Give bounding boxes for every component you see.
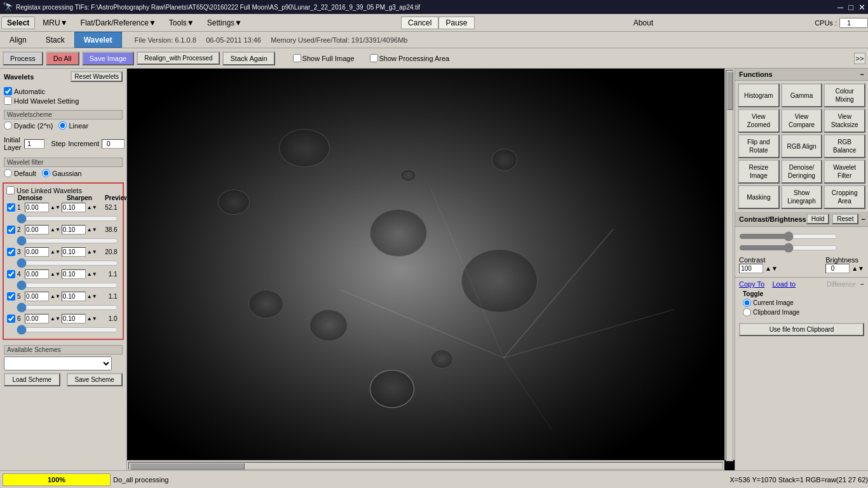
show-processing-area-checkbox[interactable] xyxy=(370,54,378,62)
cpus-input[interactable]: 1 xyxy=(839,18,868,28)
gamma-button[interactable]: Gamma xyxy=(781,83,823,107)
layer-3-sharpen-input[interactable] xyxy=(62,247,86,257)
cropping-area-button[interactable]: Cropping Area xyxy=(824,185,865,209)
layer-6-sharpen-spin[interactable]: ▲▼ xyxy=(87,316,97,322)
mru-menu[interactable]: MRU▼ xyxy=(36,14,74,31)
tools-menu[interactable]: Tools▼ xyxy=(163,14,201,31)
layer-4-denoise-spin[interactable]: ▲▼ xyxy=(50,271,60,277)
process-button[interactable]: Process xyxy=(3,51,43,65)
use-linked-checkbox[interactable] xyxy=(6,186,15,194)
cancel-button[interactable]: Cancel xyxy=(401,17,438,29)
layer-2-checkbox[interactable] xyxy=(7,226,15,234)
copy-collapse-button[interactable]: − xyxy=(860,280,864,288)
settings-menu[interactable]: Settings▼ xyxy=(201,14,248,31)
show-full-image-checkbox[interactable] xyxy=(293,54,301,62)
automatic-checkbox[interactable] xyxy=(4,87,12,95)
about-menu[interactable]: About xyxy=(627,14,660,31)
horizontal-scrollbar[interactable] xyxy=(127,460,724,470)
layer-2-sharpen-spin[interactable]: ▲▼ xyxy=(87,227,97,233)
colour-mixing-button[interactable]: Colour Mixing xyxy=(824,83,865,107)
linear-radio[interactable] xyxy=(58,121,67,130)
resize-image-button[interactable]: Resize Image xyxy=(738,159,780,184)
layer-4-checkbox[interactable] xyxy=(7,270,15,278)
h-scrollbar-thumb[interactable] xyxy=(130,463,245,470)
copy-to-link[interactable]: Copy To xyxy=(739,280,764,288)
wavelet-filter-button[interactable]: Wavelet Filter xyxy=(824,159,865,184)
clipboard-image-radio[interactable] xyxy=(743,308,751,316)
rgb-align-button[interactable]: RGB Align xyxy=(781,134,823,158)
load-scheme-button[interactable]: Load Scheme xyxy=(4,373,60,386)
scheme-select[interactable] xyxy=(4,356,112,370)
layer-1-denoise-spin[interactable]: ▲▼ xyxy=(50,205,60,210)
layer-4-denoise-input[interactable] xyxy=(25,269,49,279)
load-to-link[interactable]: Load to xyxy=(772,280,796,288)
current-image-radio[interactable] xyxy=(743,299,751,307)
layer-1-denoise-input[interactable] xyxy=(25,203,49,212)
layer-4-sharpen-input[interactable] xyxy=(62,269,86,279)
view-zoomed-button[interactable]: View Zoomed xyxy=(738,109,780,133)
layer-3-sharpen-spin[interactable]: ▲▼ xyxy=(87,249,97,255)
brightness-slider[interactable] xyxy=(739,243,837,252)
masking-button[interactable]: Masking xyxy=(738,185,780,209)
layer-5-checkbox[interactable] xyxy=(7,292,15,301)
step-increment-input[interactable]: 0 xyxy=(102,139,125,149)
close-button[interactable]: ✕ xyxy=(858,3,865,12)
show-linegraph-button[interactable]: Show Linegraph xyxy=(781,185,823,209)
cb-reset-button[interactable]: Reset xyxy=(832,214,858,224)
initial-layer-input[interactable]: 1 xyxy=(24,139,44,149)
flat-dark-menu[interactable]: Flat/Dark/Reference▼ xyxy=(74,14,163,31)
layer-5-slider[interactable] xyxy=(17,303,118,312)
brightness-value-input[interactable]: 0 xyxy=(825,264,850,273)
layer-6-slider[interactable] xyxy=(17,325,118,334)
reset-wavelets-button[interactable]: Reset Wavelets xyxy=(71,71,123,82)
layer-4-slider[interactable] xyxy=(17,281,118,290)
layer-5-sharpen-input[interactable] xyxy=(62,292,86,301)
functions-collapse-button[interactable]: − xyxy=(860,71,864,78)
stack-again-button[interactable]: Stack Again xyxy=(222,51,275,65)
view-compare-button[interactable]: View Compare xyxy=(781,109,823,133)
flip-rotate-button[interactable]: Flip and Rotate xyxy=(738,134,780,158)
layer-2-denoise-input[interactable] xyxy=(25,225,49,234)
layer-3-checkbox[interactable] xyxy=(7,248,15,256)
realign-button[interactable]: Realign_with Processed xyxy=(137,51,220,65)
use-clipboard-button[interactable]: Use file from Clipboard xyxy=(739,323,864,336)
hold-wavelet-checkbox[interactable] xyxy=(4,97,12,105)
layer-6-checkbox[interactable] xyxy=(7,315,15,323)
layer-5-denoise-input[interactable] xyxy=(25,292,49,301)
layer-3-denoise-input[interactable] xyxy=(25,247,49,257)
tab-wavelet[interactable]: Wavelet xyxy=(74,32,122,48)
layer-1-sharpen-spin[interactable]: ▲▼ xyxy=(87,205,97,210)
layer-2-slider[interactable] xyxy=(17,236,118,245)
save-scheme-button[interactable]: Save Scheme xyxy=(67,373,123,386)
view-stacksize-button[interactable]: View Stacksize xyxy=(824,109,865,133)
expand-button[interactable]: >> xyxy=(854,53,865,64)
default-filter-radio[interactable] xyxy=(4,169,12,177)
layer-1-sharpen-input[interactable] xyxy=(62,203,86,212)
layer-6-denoise-input[interactable] xyxy=(25,314,49,323)
dyadic-radio[interactable] xyxy=(4,121,12,130)
histogram-button[interactable]: Histogram xyxy=(738,83,780,107)
hold-button[interactable]: Hold xyxy=(806,214,830,224)
layer-1-slider[interactable] xyxy=(17,214,118,223)
cb-collapse-button[interactable]: − xyxy=(861,215,865,223)
pause-button[interactable]: Pause xyxy=(438,17,474,29)
layer-1-checkbox[interactable] xyxy=(7,203,15,212)
save-image-button[interactable]: Save Image xyxy=(82,51,135,65)
do-all-button[interactable]: Do All xyxy=(46,51,79,65)
contrast-spin[interactable]: ▲▼ xyxy=(765,265,778,272)
select-menu[interactable]: Select xyxy=(1,17,35,29)
layer-5-denoise-spin[interactable]: ▲▼ xyxy=(50,294,60,299)
vertical-scrollbar[interactable] xyxy=(724,69,735,460)
v-scrollbar-thumb[interactable] xyxy=(727,72,733,110)
contrast-value-input[interactable]: 100 xyxy=(739,264,763,273)
rgb-balance-button[interactable]: RGB Balance xyxy=(824,134,865,158)
tab-align[interactable]: Align xyxy=(0,32,36,48)
gaussian-filter-radio[interactable] xyxy=(42,169,50,177)
layer-2-sharpen-input[interactable] xyxy=(62,225,86,234)
layer-2-denoise-spin[interactable]: ▲▼ xyxy=(50,227,60,233)
layer-3-slider[interactable] xyxy=(17,259,118,268)
layer-3-denoise-spin[interactable]: ▲▼ xyxy=(50,249,60,255)
maximize-button[interactable]: □ xyxy=(848,3,853,12)
tab-stack[interactable]: Stack xyxy=(36,32,74,48)
layer-6-denoise-spin[interactable]: ▲▼ xyxy=(50,316,60,322)
